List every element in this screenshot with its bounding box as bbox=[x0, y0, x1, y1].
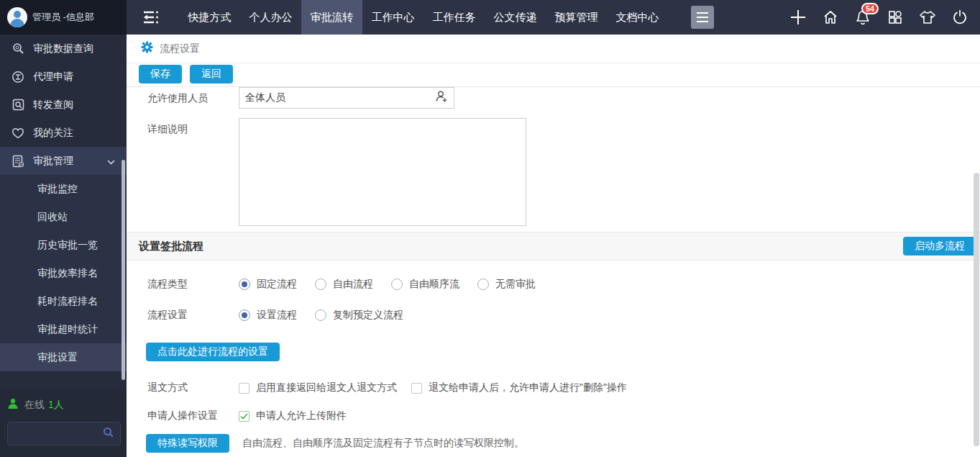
checkbox-icon[interactable] bbox=[411, 383, 422, 394]
sidebar-item-label: 审批管理 bbox=[33, 155, 73, 168]
notification-badge: 54 bbox=[861, 3, 879, 14]
chevron-down-icon bbox=[107, 155, 115, 167]
breadcrumb: 流程设置 bbox=[127, 35, 980, 63]
radio-icon[interactable] bbox=[391, 279, 403, 290]
tab-personal-office[interactable]: 个人办公 bbox=[240, 0, 301, 35]
submenu-item-recycle-bin[interactable]: 回收站 bbox=[0, 203, 127, 231]
more-apps-icon[interactable] bbox=[691, 6, 714, 29]
radio-free-sequence-flow[interactable]: 自由顺序流 bbox=[391, 278, 459, 291]
plus-icon[interactable] bbox=[789, 9, 807, 26]
submenu-item-approval-monitor[interactable]: 审批监控 bbox=[0, 175, 127, 203]
allow-users-input[interactable] bbox=[245, 92, 435, 104]
submenu-item-approval-settings[interactable]: 审批设置 bbox=[0, 343, 127, 371]
save-button[interactable]: 保存 bbox=[139, 65, 182, 83]
setup-flow-button[interactable]: 点击此处进行流程的设置 bbox=[146, 343, 280, 361]
return-doc-row: 退文方式 启用直接返回给退文人退文方式 退文给申请人后，允许申请人进行"删除"操… bbox=[127, 381, 980, 395]
sidebar-search-input[interactable] bbox=[14, 428, 103, 439]
forward-view-icon bbox=[12, 99, 24, 112]
radio-free-flow[interactable]: 自由流程 bbox=[315, 278, 373, 291]
search-icon[interactable] bbox=[103, 427, 114, 441]
avatar bbox=[7, 7, 27, 27]
main-column: 快捷方式 个人办公 审批流转 工作中心 工作任务 公文传递 预算管理 文档中心 bbox=[127, 0, 980, 457]
radio-icon[interactable] bbox=[239, 279, 250, 290]
tab-doc-center[interactable]: 文档中心 bbox=[607, 0, 668, 35]
detail-label: 详细说明 bbox=[147, 118, 239, 226]
submenu-item-efficiency-rank[interactable]: 审批效率排名 bbox=[0, 259, 127, 287]
online-user-icon bbox=[7, 398, 19, 412]
bell-icon[interactable]: 54 bbox=[854, 9, 871, 26]
tab-work-tasks[interactable]: 工作任务 bbox=[423, 0, 485, 35]
sidebar-item-label: 审批数据查询 bbox=[33, 42, 93, 55]
radio-icon[interactable] bbox=[239, 309, 250, 321]
radio-icon[interactable] bbox=[315, 279, 326, 290]
tab-approval-flow[interactable]: 审批流转 bbox=[301, 0, 362, 35]
user-name: 管理员 -信息部 bbox=[32, 11, 94, 24]
checkbox-allow-delete[interactable]: 退文给申请人后，允许申请人进行"删除"操作 bbox=[411, 381, 627, 394]
flow-section-header: 设置签批流程 启动多流程 bbox=[127, 232, 980, 261]
radio-icon[interactable] bbox=[477, 279, 489, 290]
submenu-item-timeout-stats[interactable]: 审批超时统计 bbox=[0, 315, 127, 343]
power-icon[interactable] bbox=[951, 9, 968, 26]
sidebar-item-proxy-apply[interactable]: 代理申请 bbox=[0, 63, 127, 91]
checkbox-direct-return[interactable]: 启用直接返回给退文人退文方式 bbox=[239, 381, 397, 394]
detail-row: 详细说明 bbox=[127, 118, 980, 226]
return-doc-label: 退文方式 bbox=[147, 381, 239, 394]
tab-document-transfer[interactable]: 公文传递 bbox=[485, 0, 546, 35]
gear-icon bbox=[141, 41, 153, 56]
user-area[interactable]: 管理员 -信息部 bbox=[0, 0, 127, 35]
checkbox-checked-icon[interactable] bbox=[239, 411, 249, 422]
radio-no-approval[interactable]: 无需审批 bbox=[477, 278, 536, 291]
tab-budget-manage[interactable]: 预算管理 bbox=[546, 0, 607, 35]
sidebar-item-my-follow[interactable]: 我的关注 bbox=[0, 119, 127, 147]
radio-fixed-flow[interactable]: 固定流程 bbox=[239, 278, 297, 291]
multi-flow-button[interactable]: 启动多流程 bbox=[903, 237, 976, 255]
submenu-label: 历史审批一览 bbox=[37, 239, 98, 252]
proxy-apply-icon bbox=[12, 71, 24, 83]
submenu-label: 审批监控 bbox=[37, 183, 78, 196]
home-icon[interactable] bbox=[822, 9, 839, 26]
heart-icon bbox=[12, 127, 24, 140]
topbar: 快捷方式 个人办公 审批流转 工作中心 工作任务 公文传递 预算管理 文档中心 bbox=[127, 0, 980, 35]
checkbox-icon[interactable] bbox=[239, 383, 249, 394]
radio-setup-flow[interactable]: 设置流程 bbox=[239, 309, 297, 322]
applicant-label: 申请人操作设置 bbox=[147, 410, 239, 422]
detail-textarea[interactable] bbox=[239, 118, 526, 226]
sidebar-item-approval-manage[interactable]: 审批管理 bbox=[0, 147, 127, 175]
approval-manage-icon bbox=[12, 155, 24, 168]
sidebar-item-approval-data-query[interactable]: 审批数据查询 bbox=[0, 35, 127, 63]
sidebar-item-label: 我的关注 bbox=[33, 127, 73, 140]
online-count: 1人 bbox=[48, 399, 64, 412]
add-person-icon[interactable] bbox=[435, 90, 448, 106]
sidebar-scrollbar[interactable] bbox=[122, 160, 125, 380]
flow-setting-row: 流程设置 设置流程 复制预定义流程 bbox=[127, 308, 980, 322]
content-scrollbar[interactable] bbox=[974, 173, 979, 446]
radio-copy-predefined-flow[interactable]: 复制预定义流程 bbox=[315, 309, 403, 322]
tab-shortcuts[interactable]: 快捷方式 bbox=[179, 0, 240, 35]
sidebar-item-label: 代理申请 bbox=[33, 71, 73, 83]
theme-shirt-icon[interactable] bbox=[919, 9, 936, 26]
submenu-label: 耗时流程排名 bbox=[37, 295, 98, 308]
submenu-item-history-approvals[interactable]: 历史审批一览 bbox=[0, 231, 127, 259]
apps-grid-icon[interactable] bbox=[887, 9, 904, 26]
submenu-item-time-rank[interactable]: 耗时流程排名 bbox=[0, 287, 127, 315]
collapse-menu-icon[interactable] bbox=[139, 7, 162, 27]
app-root: 管理员 -信息部 审批数据查询 代理申请 转发查阅 bbox=[0, 0, 980, 457]
submenu-label: 审批设置 bbox=[37, 351, 78, 364]
page-title: 流程设置 bbox=[160, 42, 200, 55]
online-label: 在线 bbox=[24, 399, 45, 412]
radio-icon[interactable] bbox=[315, 309, 326, 321]
checkbox-allow-upload[interactable]: 申请人允许上传附件 bbox=[239, 410, 347, 422]
sidebar-search-box bbox=[7, 422, 121, 445]
back-button[interactable]: 返回 bbox=[190, 65, 233, 83]
special-permission-button[interactable]: 特殊读写权限 bbox=[146, 434, 229, 453]
content: 流程设置 保存 返回 允许使用人员 详细说明 设置签批 bbox=[127, 35, 980, 457]
allow-users-label: 允许使用人员 bbox=[147, 87, 239, 109]
submenu-label: 审批效率排名 bbox=[37, 267, 98, 280]
flow-setting-label: 流程设置 bbox=[147, 309, 239, 322]
sidebar-item-forward-view[interactable]: 转发查阅 bbox=[0, 91, 127, 119]
top-nav: 快捷方式 个人办公 审批流转 工作中心 工作任务 公文传递 预算管理 文档中心 bbox=[179, 0, 668, 35]
approval-submenu: 审批监控 回收站 历史审批一览 审批效率排名 耗时流程排名 审批超时统计 审批设… bbox=[0, 175, 127, 371]
tab-work-center[interactable]: 工作中心 bbox=[362, 0, 423, 35]
topbar-icons: 54 bbox=[789, 9, 980, 26]
sidebar-menu: 审批数据查询 代理申请 转发查阅 我的关注 bbox=[0, 35, 127, 389]
